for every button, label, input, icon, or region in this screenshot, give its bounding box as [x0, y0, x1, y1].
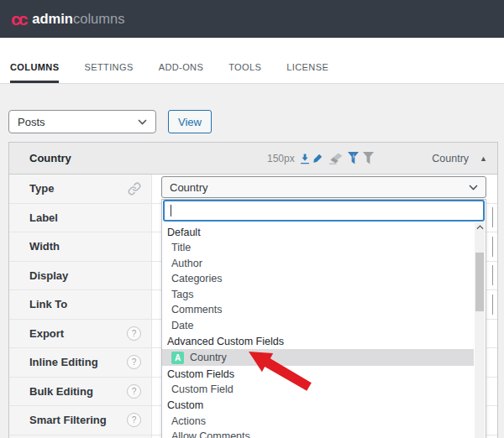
- dropdown-item[interactable]: ACountry: [162, 349, 474, 366]
- setting-label: Inline Editing: [29, 356, 98, 368]
- dropdown-search-input[interactable]: [164, 201, 484, 221]
- dropdown-item[interactable]: Comments: [162, 302, 474, 318]
- setting-label-cell: Bulk Editing?: [9, 378, 152, 406]
- dropdown-item[interactable]: Title: [162, 240, 474, 256]
- setting-label-cell: Smart Filtering?: [9, 406, 152, 435]
- column-header[interactable]: Country 150px Country ▲: [9, 143, 497, 175]
- dropdown-list: DefaultTitleAuthorCategoriesTagsComments…: [162, 222, 474, 438]
- dropdown-item-label: Tags: [171, 289, 193, 300]
- link-icon: [128, 182, 141, 196]
- text-caret: [171, 205, 171, 216]
- screen-select-value: Posts: [18, 116, 45, 128]
- dropdown-group-label: Custom: [162, 398, 474, 414]
- tab-license[interactable]: LICENSE: [286, 62, 328, 83]
- dropdown-item[interactable]: Tags: [162, 287, 474, 303]
- hidden-field-edge: [492, 295, 493, 315]
- nav-tabs: COLUMNSSETTINGSADD-ONSTOOLSLICENSE: [0, 38, 504, 84]
- dropdown-item[interactable]: Author: [162, 256, 474, 272]
- dropdown-item-label: Allow Comments: [171, 430, 250, 438]
- help-icon[interactable]: ?: [127, 384, 141, 399]
- setting-label-cell: Inline Editing?: [9, 348, 152, 377]
- setting-label: Width: [29, 240, 60, 253]
- dropdown-item-label: Comments: [171, 304, 222, 315]
- help-icon[interactable]: ?: [127, 355, 141, 369]
- setting-label: Bulk Editing: [29, 385, 93, 398]
- smart-filter-icon[interactable]: [348, 152, 359, 164]
- hidden-field-edge: [492, 265, 493, 285]
- setting-label: Smart Filtering: [29, 414, 107, 426]
- scroll-up-icon[interactable]: [475, 225, 485, 230]
- help-icon[interactable]: ?: [127, 326, 141, 341]
- dropdown-group-label: Advanced Custom Fields: [162, 333, 474, 349]
- dropdown-item[interactable]: Categories: [162, 271, 474, 287]
- setting-label-cell: Link To: [9, 290, 152, 319]
- app-header: cc admincolumns: [0, 0, 504, 38]
- setting-label: Export: [29, 327, 64, 340]
- hidden-field-edge: [492, 207, 493, 227]
- bulk-edit-icon[interactable]: [328, 152, 344, 164]
- setting-label: Link To: [29, 298, 67, 310]
- scrollbar-thumb[interactable]: [475, 253, 484, 311]
- column-settings-panel: Country 150px Country ▲ TypeLabelWidthDi…: [8, 142, 498, 438]
- setting-label-cell: Display: [9, 262, 152, 290]
- view-button[interactable]: View: [168, 110, 212, 133]
- chevron-down-icon: [469, 185, 478, 190]
- column-feature-icons: [312, 143, 374, 174]
- column-type-label: Country: [432, 153, 469, 164]
- column-width-value: 150px: [267, 153, 295, 164]
- dropdown-group-label: Default: [162, 224, 474, 240]
- dropdown-item-label: Date: [171, 320, 193, 331]
- admin-columns-screen: cc admincolumns COLUMNSSETTINGSADD-ONSTO…: [0, 0, 504, 438]
- dropdown-item-label: Title: [171, 242, 191, 253]
- brand-name-bold: admin: [32, 11, 73, 27]
- dropdown-scrollbar[interactable]: [475, 222, 485, 438]
- download-icon[interactable]: [299, 153, 311, 164]
- tab-tools[interactable]: TOOLS: [228, 62, 261, 83]
- dropdown-search-wrap: [162, 200, 486, 222]
- tab-columns[interactable]: COLUMNS: [10, 62, 59, 83]
- column-title: Country: [29, 143, 71, 174]
- admincolumns-logo-icon: cc: [11, 10, 25, 28]
- dropdown-item-label: Actions: [171, 415, 206, 427]
- dropdown-group-label: Custom Fields: [162, 366, 474, 382]
- setting-label: Display: [29, 269, 68, 282]
- tab-settings[interactable]: SETTINGS: [84, 62, 133, 83]
- dropdown-item-label: Country: [190, 352, 227, 363]
- dropdown-item[interactable]: Actions: [162, 414, 474, 430]
- dropdown-item-label: Categories: [171, 273, 222, 284]
- collapse-toggle-icon[interactable]: ▲: [480, 154, 487, 163]
- setting-label: Type: [29, 182, 54, 195]
- setting-label: Label: [29, 211, 58, 224]
- setting-label-cell: Type: [9, 175, 152, 203]
- setting-label-cell: Label: [9, 204, 152, 232]
- filter-icon[interactable]: [363, 152, 374, 164]
- settings-content: Posts View Country 150px Country: [0, 84, 504, 438]
- column-header-right: Country ▲: [432, 143, 487, 174]
- setting-label-cell: Width: [9, 232, 152, 261]
- dropdown-item[interactable]: Custom Field: [162, 382, 474, 398]
- column-type-select[interactable]: Country: [161, 176, 486, 198]
- help-icon[interactable]: ?: [127, 413, 141, 427]
- dropdown-item[interactable]: Date: [162, 318, 474, 334]
- chevron-down-icon: [138, 119, 147, 125]
- setting-label-cell: Export?: [9, 320, 152, 348]
- column-width-indicator: 150px: [267, 143, 311, 174]
- inline-edit-icon[interactable]: [312, 153, 323, 164]
- dropdown-item-label: Custom Field: [171, 383, 234, 395]
- acf-icon: A: [171, 352, 184, 364]
- column-type-dropdown: DefaultTitleAuthorCategoriesTagsComments…: [161, 199, 486, 438]
- hidden-field-edge: [492, 237, 493, 257]
- screen-select[interactable]: Posts: [8, 110, 156, 133]
- tab-add-ons[interactable]: ADD-ONS: [159, 62, 204, 83]
- column-type-select-value: Country: [170, 181, 208, 194]
- dropdown-item[interactable]: Allow Comments: [162, 429, 474, 438]
- brand-name-light: columns: [73, 11, 124, 27]
- dropdown-item-label: Author: [171, 258, 202, 269]
- setting-label-cell: [9, 435, 152, 438]
